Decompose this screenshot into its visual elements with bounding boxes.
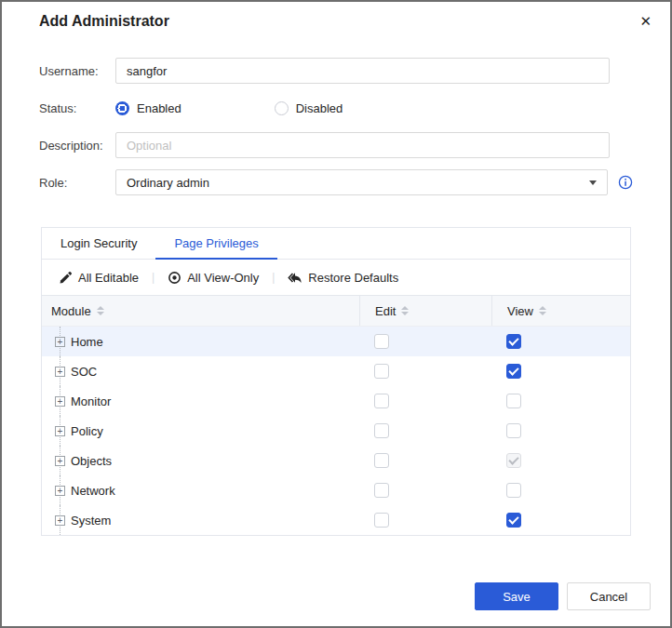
view-checkbox[interactable]: [506, 394, 521, 408]
table-row[interactable]: +Network: [42, 475, 630, 505]
column-label: Module: [51, 304, 91, 318]
tab-bar: Login Security Page Privileges: [42, 228, 630, 260]
cell-edit: [359, 505, 491, 535]
description-row: Description:: [39, 132, 633, 158]
cell-view: [491, 446, 636, 475]
module-label: Home: [71, 335, 103, 349]
edit-checkbox[interactable]: [374, 453, 389, 468]
view-checkbox[interactable]: [506, 483, 521, 498]
radio-icon: [275, 101, 289, 115]
view-checkbox[interactable]: [506, 334, 521, 349]
column-header-edit[interactable]: Edit: [359, 296, 491, 326]
table-row[interactable]: +Objects: [42, 446, 630, 475]
column-label: Edit: [375, 304, 396, 318]
edit-checkbox[interactable]: [374, 423, 389, 438]
view-checkbox[interactable]: [506, 423, 521, 438]
tab-page-privileges[interactable]: Page Privileges: [155, 228, 276, 259]
cell-edit: [359, 446, 491, 475]
tab-login-security[interactable]: Login Security: [42, 228, 155, 259]
close-icon[interactable]: ✕: [639, 13, 652, 30]
column-header-view[interactable]: View: [491, 296, 636, 326]
description-input[interactable]: [115, 132, 610, 158]
cell-view: [491, 416, 636, 446]
all-view-only-label: All View-Only: [187, 271, 259, 285]
cell-edit: [359, 475, 491, 505]
status-label: Status:: [39, 101, 115, 115]
module-cell: +Network: [42, 475, 359, 505]
view-checkbox: [506, 453, 521, 468]
edit-checkbox[interactable]: [374, 483, 389, 498]
dialog-header: Add Administrator ✕: [2, 2, 670, 30]
restore-defaults-icon: [288, 271, 302, 285]
view-only-icon: [168, 271, 181, 285]
radio-enabled[interactable]: Enabled: [115, 101, 181, 115]
cell-edit: [359, 416, 491, 446]
chevron-down-icon: [589, 180, 597, 185]
cell-view: [491, 356, 636, 386]
radio-icon: [115, 101, 129, 115]
username-label: Username:: [39, 64, 115, 78]
module-cell: +System: [42, 505, 359, 535]
save-button[interactable]: Save: [475, 582, 558, 610]
cell-view: [491, 505, 636, 535]
all-editable-label: All Editable: [78, 271, 139, 285]
module-cell: +Home: [42, 327, 359, 356]
view-checkbox[interactable]: [506, 513, 521, 528]
status-row: Status: Enabled Disabled: [39, 95, 633, 121]
role-select[interactable]: Ordinary admin: [115, 169, 608, 195]
radio-disabled[interactable]: Disabled: [275, 101, 343, 115]
all-editable-button[interactable]: All Editable: [59, 271, 139, 285]
module-label: Network: [71, 484, 115, 498]
privileges-panel: Login Security Page Privileges All Edita…: [41, 227, 631, 536]
restore-defaults-label: Restore Defaults: [308, 271, 398, 285]
table-row[interactable]: +Policy: [42, 416, 630, 446]
status-radio-group: Enabled Disabled: [115, 101, 610, 115]
sort-icon: [539, 306, 546, 315]
cell-view: [491, 327, 636, 356]
table-header: Module Edit View: [42, 295, 630, 327]
expand-icon[interactable]: +: [55, 515, 65, 526]
cell-edit: [359, 327, 491, 356]
role-select-value: Ordinary admin: [127, 176, 209, 190]
username-row: Username:: [39, 58, 633, 84]
username-input[interactable]: [115, 58, 610, 84]
module-label: SOC: [71, 365, 97, 379]
expand-icon[interactable]: +: [55, 396, 65, 407]
expand-icon[interactable]: +: [55, 486, 65, 496]
restore-defaults-button[interactable]: Restore Defaults: [288, 271, 398, 285]
sort-icon: [401, 306, 409, 315]
description-label: Description:: [39, 139, 115, 153]
view-checkbox[interactable]: [506, 364, 521, 379]
table-body: +Home+SOC+Monitor+Policy+Objects+Network…: [42, 327, 630, 535]
info-icon[interactable]: [618, 175, 633, 190]
table-row[interactable]: +System: [42, 505, 630, 535]
table-row[interactable]: +SOC: [42, 356, 630, 386]
cell-view: [491, 475, 636, 505]
module-label: System: [71, 514, 111, 528]
expand-icon[interactable]: +: [55, 367, 65, 377]
role-row: Role: Ordinary admin: [39, 169, 633, 195]
all-view-only-button[interactable]: All View-Only: [168, 271, 259, 285]
column-header-module[interactable]: Module: [42, 296, 359, 326]
expand-icon[interactable]: +: [55, 337, 65, 347]
cell-edit: [359, 356, 491, 386]
toolbar-divider: |: [152, 271, 155, 284]
table-row[interactable]: +Home: [42, 327, 630, 356]
dialog-footer: Save Cancel: [475, 582, 651, 610]
module-cell: +Monitor: [42, 386, 359, 416]
module-label: Policy: [71, 424, 103, 438]
column-label: View: [507, 304, 533, 318]
module-label: Objects: [71, 454, 112, 468]
expand-icon[interactable]: +: [55, 456, 65, 466]
toolbar-divider: |: [272, 271, 275, 284]
edit-checkbox[interactable]: [374, 513, 389, 528]
radio-enabled-label: Enabled: [137, 101, 181, 115]
cancel-button[interactable]: Cancel: [567, 582, 651, 610]
expand-icon[interactable]: +: [55, 426, 65, 436]
edit-checkbox[interactable]: [374, 364, 389, 379]
table-row[interactable]: +Monitor: [42, 386, 630, 416]
edit-checkbox[interactable]: [374, 394, 389, 408]
add-administrator-dialog: Add Administrator ✕ Username: Status: En…: [0, 0, 672, 628]
edit-checkbox[interactable]: [374, 334, 389, 349]
module-label: Monitor: [71, 394, 111, 408]
